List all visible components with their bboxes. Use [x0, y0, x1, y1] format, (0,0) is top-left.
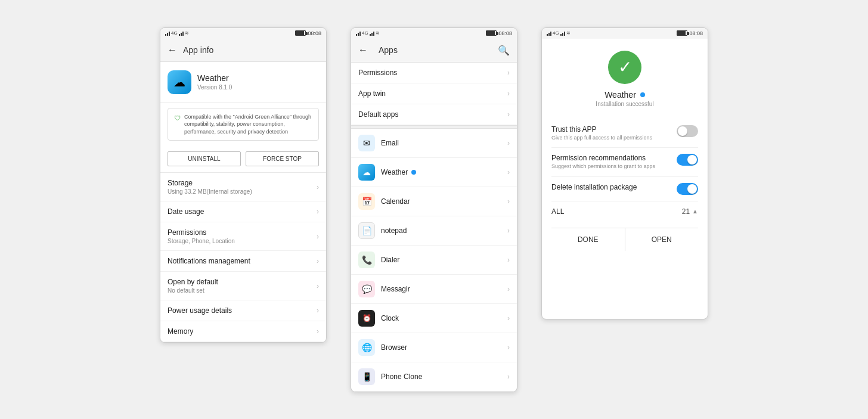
opendefault-title: Open by default — [168, 278, 218, 286]
clock-app-icon: ⏰ — [358, 310, 375, 327]
status-right-1: 08:08 — [295, 30, 321, 36]
list-item-clock[interactable]: ⏰ Clock › — [351, 304, 517, 333]
list-item-phoneclone[interactable]: 📱 Phone Clone › — [351, 362, 517, 392]
list-item-calendar[interactable]: 📅 Calendar › — [351, 187, 517, 216]
green-notice: 🛡 Compatible with the "Android Green All… — [168, 108, 319, 141]
list-item-messagir[interactable]: 💬 Messagir › — [351, 275, 517, 304]
back-arrow-2[interactable]: ← — [358, 45, 368, 55]
action-buttons: UNINSTALL FORCE STOP — [160, 145, 326, 173]
open-button[interactable]: OPEN — [625, 228, 699, 251]
settings-item-default[interactable]: Open by default No default set › — [160, 272, 326, 300]
chevron-phoneclone: › — [507, 373, 510, 381]
notepad-app-name: notepad — [381, 226, 407, 235]
phoneclone-app-name: Phone Clone — [381, 373, 422, 381]
all-row[interactable]: ALL 21 ▲ — [551, 201, 698, 222]
trust-app-sub: Give this app full access to all permiss… — [551, 135, 672, 142]
install-app-name: Weather — [604, 90, 645, 100]
trust-app-title: Trust this APP — [551, 125, 672, 134]
back-arrow-1[interactable]: ← — [168, 45, 177, 55]
chevron-memory: › — [317, 327, 319, 336]
chevron-up-icon: ▲ — [692, 208, 698, 215]
app-info-section: ☁ Weather Version 8.1.0 — [160, 62, 326, 103]
permissions-title: Permissions — [168, 228, 235, 237]
delete-install-toggle[interactable] — [677, 183, 698, 195]
force-stop-button[interactable]: FORCE STOP — [246, 151, 319, 166]
status-bar-2: 4G ≋ 08:08 — [351, 28, 517, 39]
phone-frame-2: 4G ≋ 08:08 ← Apps 🔍 Permissions › App tw… — [351, 27, 517, 392]
signal-bars-1 — [165, 31, 170, 36]
notepad-app-icon: 📄 — [358, 222, 375, 239]
chevron-clock: › — [507, 314, 510, 322]
uninstall-button[interactable]: UNINSTALL — [168, 151, 241, 166]
chevron-messagir: › — [507, 285, 510, 293]
clock-app-name: Clock — [381, 314, 399, 322]
status-bar-3: 4G ≋ 08:08 — [542, 28, 708, 39]
chevron-weather: › — [507, 168, 510, 176]
dialer-app-name: Dialer — [381, 256, 399, 264]
email-app-name: Email — [381, 139, 399, 147]
browser-app-name: Browser — [381, 343, 407, 352]
app-info-text: Weather Version 8.1.0 — [197, 73, 232, 91]
storage-sub: Using 33.2 MB(Internal storage) — [168, 188, 252, 195]
app-info-title: App info — [183, 45, 213, 55]
chevron-notepad: › — [507, 226, 510, 235]
messagir-app-icon: 💬 — [358, 281, 375, 297]
settings-item-storage[interactable]: Storage Using 33.2 MB(Internal storage) … — [160, 173, 326, 201]
chevron-default: › — [317, 282, 319, 290]
weather-app-icon: ☁ — [168, 70, 191, 94]
apps-defaultapps-label: Default apps — [358, 110, 398, 119]
phone-frame-3: 4G ≋ 08:08 ✓ Weather Installation succes… — [541, 27, 708, 319]
delete-install-title: Delete installation package — [551, 183, 672, 191]
wifi-icon-2: ≋ — [376, 30, 380, 36]
apps-permissions-item[interactable]: Permissions › — [351, 63, 517, 83]
permission-rec-toggle[interactable] — [677, 154, 698, 166]
install-buttons: DONE OPEN — [551, 228, 698, 251]
settings-item-notifications[interactable]: Notifications management › — [160, 251, 326, 272]
apps-apptwin-label: App twin — [358, 89, 386, 98]
chevron-apptwin: › — [507, 89, 510, 98]
chevron-notifications: › — [317, 257, 319, 265]
green-shield-icon: 🛡 — [174, 114, 181, 123]
done-button[interactable]: DONE — [551, 228, 625, 251]
list-item-dialer[interactable]: 📞 Dialer › — [351, 246, 517, 275]
weather-list-icon: ☁ — [358, 164, 375, 181]
apps-apptwin-item[interactable]: App twin › — [351, 83, 517, 104]
settings-item-powerusage[interactable]: Power usage details › — [160, 300, 326, 321]
settings-item-memory[interactable]: Memory › — [160, 321, 326, 342]
calendar-app-icon: 📅 — [358, 193, 375, 210]
chevron-storage: › — [317, 183, 319, 191]
dateusage-title: Date usage — [168, 207, 204, 216]
list-item-notepad[interactable]: 📄 notepad › — [351, 216, 517, 246]
status-time-1: 08:08 — [308, 30, 321, 36]
install-verified-dot — [640, 92, 645, 97]
settings-item-permissions[interactable]: Permissions Storage, Phone, Location › — [160, 222, 326, 251]
wifi-icon-3: ≋ — [566, 30, 571, 36]
app-name-label: Weather — [197, 73, 232, 83]
status-bar-1: 4G ≋ 08:08 — [160, 28, 326, 39]
status-signal-2: 4G ≋ — [356, 30, 380, 36]
success-icon: ✓ — [608, 51, 641, 84]
battery-icon-3 — [677, 30, 687, 36]
apps-permissions-label: Permissions — [358, 69, 397, 77]
signal-bars-2 — [179, 31, 184, 36]
apps-defaultapps-item[interactable]: Default apps › — [351, 104, 517, 125]
list-item-weather[interactable]: ☁ Weather › — [351, 158, 517, 187]
notifications-title: Notifications management — [168, 257, 250, 265]
permission-rec-row: Permission recommendations Suggest which… — [551, 148, 698, 177]
list-item-browser[interactable]: 🌐 Browser › — [351, 333, 517, 362]
trust-app-toggle[interactable] — [677, 125, 698, 137]
settings-item-dateusage[interactable]: Date usage › — [160, 201, 326, 222]
search-icon[interactable]: 🔍 — [498, 45, 510, 56]
install-screen: ✓ Weather Installation successful Trust … — [542, 39, 708, 263]
green-notice-text: Compatible with the "Android Green Allia… — [184, 113, 312, 136]
delete-install-row: Delete installation package — [551, 177, 698, 201]
chevron-permissions: › — [317, 232, 319, 241]
chevron-powerusage: › — [317, 306, 319, 315]
weather-verified-dot — [411, 170, 416, 175]
permission-rec-sub: Suggest which permissions to grant to ap… — [551, 163, 672, 170]
battery-icon-1 — [295, 30, 306, 36]
status-time-3: 08:08 — [689, 30, 703, 36]
apps-header: ← Apps 🔍 — [351, 39, 517, 63]
trust-app-row: Trust this APP Give this app full access… — [551, 119, 698, 148]
list-item-email[interactable]: ✉ Email › — [351, 129, 517, 158]
